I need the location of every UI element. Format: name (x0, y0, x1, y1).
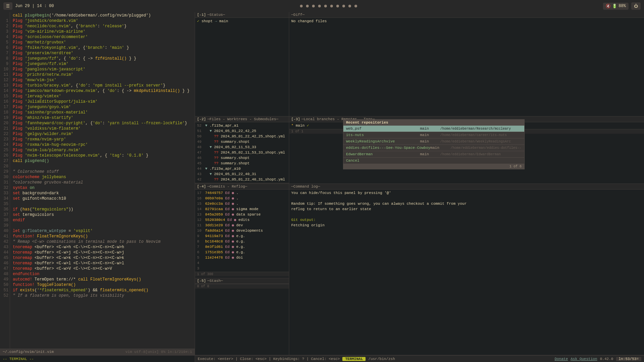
popup-item-its-nuts[interactable]: its-nuts main /home/eddieberman/career/i… (343, 132, 524, 138)
file-item: ?? summary.shopt (205, 139, 287, 144)
file-item: ▼ .f115w_apr_a10 (205, 166, 287, 171)
status-info: vim utf-8[unix] 0% ln:1/219#:1 (125, 350, 192, 354)
status-file: ~/.config/nvim/init.vim (3, 350, 54, 354)
dot-5 (324, 5, 327, 7)
right-top-row: [-1] ─Status─ ✓ shopt → main ─Diff─ (195, 12, 644, 117)
commits-pane: [-4] ─Commits - Reflog─ 17 16 15 14 13 1… (195, 184, 289, 355)
files-footer: 1 of 664 (195, 183, 289, 184)
file-item: ?? 2024_05_01_22_40_31_shopt.yml (205, 177, 287, 182)
commits-content: 17 16 15 14 13 12 11 10 9 8 7 6 5 4 (195, 190, 289, 272)
right-middle-row: [-2] ─Files - Worktrees - Submodules─ 52… (195, 117, 644, 184)
stash-footer: 0 of 0 (195, 284, 289, 289)
command-log-pane: ─Command log─ You can hide/focus this pa… (289, 184, 644, 355)
status-section-label: [-1] (197, 13, 206, 17)
file-item: ▼ 2024_05_02_11_53_33 (205, 144, 287, 150)
top-bar: ☰ Jun 29 | 14 : 00 🔇 🔋 88% ⏻ (0, 0, 644, 12)
branches-pane: [-3] ─Local branches - Remotes - Tags─ *… (289, 117, 644, 184)
main-layout: 1 2 3 4 5 6 7 8 9 10 11 12 13 14 15 16 1 (0, 12, 644, 362)
popup-item-weekly-readings[interactable]: WeeklyReadingsArchvive main /home/eddieb… (343, 138, 524, 145)
line-numbers: 1 2 3 4 5 6 7 8 9 10 11 12 13 14 15 16 1 (0, 12, 10, 349)
popup-footer: 1 of 6 (343, 164, 524, 169)
diff-pane-header: ─Diff─ (289, 12, 644, 18)
diff-no-changes: No changed files (291, 19, 642, 24)
diff-section-title: ─Diff─ (291, 13, 305, 17)
commit-item: 3dd11e20 Ed ◉ dev (205, 223, 287, 228)
terminal-path: /usr/bin/zsh (368, 357, 395, 361)
execute-bar-left: Execute: <enter> | Close: <esc> | Keybin… (198, 357, 395, 361)
power-button[interactable]: ⏻ (631, 2, 641, 10)
files-pane-content: 52 51 50 49 48 47 46 45 44 43 42 ▼ .f115… (195, 122, 289, 183)
files-line-nums: 52 51 50 49 48 47 46 45 44 43 42 (197, 123, 205, 182)
top-bar-right: 🔇 🔋 88% ⏻ (603, 2, 641, 10)
datetime-display: Jun 29 | 14 : 00 (15, 4, 54, 8)
status-pane: [-1] ─Status─ ✓ shopt → main (195, 12, 289, 116)
stash-pane: [-5] ─Stash─ 0 of 0 (195, 278, 289, 289)
dot-6 (330, 5, 333, 7)
commit-item: bc1648c8 Ed ◉ e.g. (205, 239, 287, 244)
battery-display: 🔇 🔋 88% (603, 3, 629, 10)
menu-button[interactable]: ☰ (3, 2, 12, 10)
battery-icon: 🔋 (612, 4, 617, 9)
files-items: ▼ .f115w_apr_a1 ▼ 2024_05_01_22_42_25 ??… (205, 123, 287, 182)
top-bar-center (300, 5, 357, 7)
commit-item: 74649757 Ed ◉ . (205, 190, 287, 196)
status-pane-header: [-1] ─Status─ (195, 12, 289, 18)
execute-bar: Execute: <enter> | Close: <esc> | Keybin… (195, 355, 644, 362)
commit-item: 8e3f1d61 Ed ◉ e.g. (205, 244, 287, 250)
dot-9 (348, 5, 351, 7)
commits-line-nums: 17 16 15 14 13 12 11 10 9 8 7 6 5 4 (197, 190, 205, 271)
commits-footer: 1 of 300 (195, 272, 289, 276)
commit-item: 82791caa Ed ◉ sigma mode (205, 206, 287, 212)
terminal-mode-bar: -- TERMINAL -- (0, 355, 195, 362)
diff-pane: ─Diff─ No changed files (289, 12, 644, 116)
commit-item: 845a2059 Ed ◉ data sparse (205, 212, 287, 217)
position-badge: ln:53/53= (616, 357, 641, 361)
popup-title: Recent repositories (343, 120, 524, 126)
popup-item-eddies-dotfiles[interactable]: eddies-dotfiles---See-You-Space-Cowboy m… (343, 145, 524, 151)
status-section-title: ─Status─ (207, 13, 225, 17)
ask-question-link[interactable]: Ask Question (571, 357, 597, 361)
files-pane: [-2] ─Files - Worktrees - Submodules─ 52… (195, 117, 289, 184)
file-item: ▼ .f115w_apr_a1 (205, 123, 287, 128)
top-bar-left: ☰ Jun 29 | 14 : 00 (3, 2, 54, 10)
dot-3 (312, 5, 315, 7)
diff-pane-content: No changed files (289, 18, 644, 25)
file-item: ?? summary.shopt (205, 161, 287, 166)
recent-repos-popup[interactable]: Recent repositories web_psf main /home/e… (343, 119, 525, 169)
command-log-header: ─Command log─ (289, 184, 644, 190)
version-display: 0.42.0 (600, 357, 613, 361)
popup-item-edward-berman[interactable]: EdwardBerman main /home/eddieberman/Edwa… (343, 151, 524, 158)
donate-link[interactable]: Donate (555, 357, 568, 361)
execute-bar-right: Donate Ask Question 0.42.0 ln:53/53= (555, 357, 641, 361)
commit-item: 5520380c4 Ed ◉ edits (205, 217, 287, 223)
terminal-badge: TERMINAL (342, 357, 366, 361)
file-item: ▼ 2024_05_01_22_42_25 (205, 128, 287, 134)
mute-icon: 🔇 (606, 4, 611, 9)
file-item: ?? 2024_05_02_11_53_33_shopt.yml (205, 150, 287, 155)
commits-items: 74649757 Ed ◉ . 00b97e0a Ed ◉ . 62e0cc3a… (205, 190, 287, 271)
dot-8 (342, 5, 345, 7)
left-status-bar: ~/.config/nvim/init.vim vim utf-8[unix] … (0, 349, 195, 355)
commit-item: 94119a73 Ed ◉ e.g. (205, 233, 287, 239)
file-item: ?? 2024_05_01_22_42_25_shopt.yml (205, 134, 287, 139)
dot-2 (306, 5, 309, 7)
commit-item: 1751e3b5 Ed ◉ e.g. (205, 250, 287, 255)
popup-item-web-psf[interactable]: web_psf main /home/eddieberman/Research/… (343, 126, 524, 132)
right-panel: [-1] ─Status─ ✓ shopt → main ─Diff─ (195, 12, 644, 362)
execute-hint: Execute: <enter> | Close: <esc> | Keybin… (198, 357, 340, 361)
files-pane-header: [-2] ─Files - Worktrees - Submodules─ (195, 117, 289, 122)
commits-pane-header: [-4] ─Commits - Reflog─ (195, 184, 289, 190)
dot-4 (318, 5, 321, 7)
code-lines: 1 2 3 4 5 6 7 8 9 10 11 12 13 14 15 16 1 (0, 12, 195, 349)
left-panel[interactable]: 1 2 3 4 5 6 7 8 9 10 11 12 13 14 15 16 1 (0, 12, 195, 362)
terminal-mode-label: -- TERMINAL -- (3, 357, 34, 361)
code-editor[interactable]: 1 2 3 4 5 6 7 8 9 10 11 12 13 14 15 16 1 (0, 12, 195, 349)
stash-pane-header: [-5] ─Stash─ (195, 278, 289, 284)
dot-7 (336, 5, 339, 7)
status-item: ✓ shopt → main (197, 19, 287, 24)
right-bottom-row: [-4] ─Commits - Reflog─ 17 16 15 14 13 1… (195, 184, 644, 355)
commit-item: fa8d6a14 Ed ◉ developments (205, 228, 287, 233)
popup-item-cancel[interactable]: Cancel (343, 158, 524, 164)
status-pane-content: ✓ shopt → main (195, 18, 289, 25)
dot-10 (354, 5, 357, 7)
